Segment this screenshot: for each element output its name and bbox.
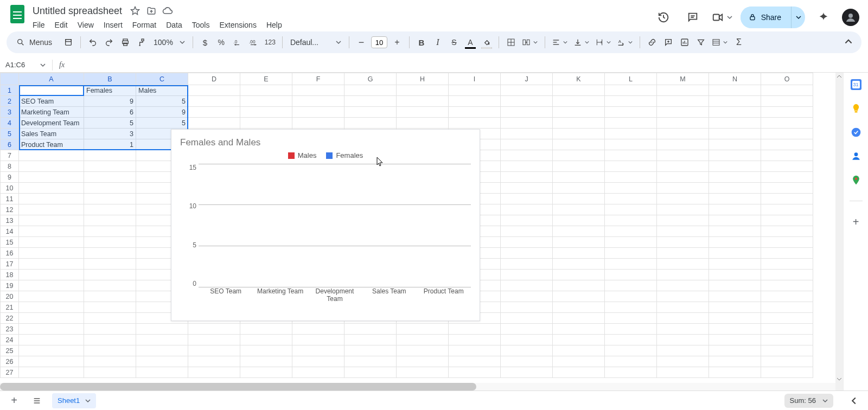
zoom-select[interactable]: 100% xyxy=(150,38,188,47)
cell-O7[interactable] xyxy=(761,150,813,161)
cell-N12[interactable] xyxy=(709,204,761,215)
bold-button[interactable]: B xyxy=(414,35,429,50)
cell-L23[interactable] xyxy=(605,324,657,335)
cell-A6[interactable]: Product Team xyxy=(19,139,84,150)
cell-G23[interactable] xyxy=(344,324,397,335)
row-header-10[interactable]: 10 xyxy=(1,183,19,194)
cell-K11[interactable] xyxy=(553,194,605,204)
cell-I24[interactable] xyxy=(449,335,501,345)
row-header-4[interactable]: 4 xyxy=(1,118,19,129)
cell-I2[interactable] xyxy=(449,96,501,107)
cell-N4[interactable] xyxy=(709,118,761,129)
cell-A21[interactable] xyxy=(19,302,84,313)
cell-B19[interactable] xyxy=(84,280,136,291)
cell-L1[interactable] xyxy=(605,85,657,96)
contacts-addon-icon[interactable] xyxy=(851,151,861,162)
cell-F3[interactable] xyxy=(292,107,344,118)
cell-A15[interactable] xyxy=(19,237,84,248)
cell-J12[interactable] xyxy=(501,204,553,215)
cell-E25[interactable] xyxy=(240,345,292,356)
font-size-input[interactable] xyxy=(371,36,387,48)
cell-K9[interactable] xyxy=(553,172,605,183)
cell-O23[interactable] xyxy=(761,324,813,335)
increase-font-button[interactable]: + xyxy=(390,35,405,50)
cell-M15[interactable] xyxy=(657,237,709,248)
cell-O21[interactable] xyxy=(761,302,813,313)
name-box[interactable]: A1:C6 xyxy=(5,61,49,69)
row-header-20[interactable]: 20 xyxy=(1,291,19,302)
cell-K16[interactable] xyxy=(553,248,605,259)
cell-B12[interactable] xyxy=(84,204,136,215)
cell-A26[interactable] xyxy=(19,356,84,367)
cell-B9[interactable] xyxy=(84,172,136,183)
cell-J20[interactable] xyxy=(501,291,553,302)
cell-K1[interactable] xyxy=(553,85,605,96)
cell-N13[interactable] xyxy=(709,215,761,226)
cell-A18[interactable] xyxy=(19,270,84,280)
cell-J4[interactable] xyxy=(501,118,553,129)
cell-A16[interactable] xyxy=(19,248,84,259)
cell-C4[interactable]: 5 xyxy=(136,118,188,129)
cell-K2[interactable] xyxy=(553,96,605,107)
cell-E3[interactable] xyxy=(240,107,292,118)
cell-A1[interactable] xyxy=(19,85,84,96)
cell-H27[interactable] xyxy=(397,367,449,378)
cell-B13[interactable] xyxy=(84,215,136,226)
cell-M11[interactable] xyxy=(657,194,709,204)
cell-K13[interactable] xyxy=(553,215,605,226)
cell-L14[interactable] xyxy=(605,226,657,237)
cell-O17[interactable] xyxy=(761,259,813,270)
cell-B7[interactable] xyxy=(84,150,136,161)
cell-B1[interactable]: Females xyxy=(84,85,136,96)
cell-M17[interactable] xyxy=(657,259,709,270)
cell-F24[interactable] xyxy=(292,335,344,345)
cell-A17[interactable] xyxy=(19,259,84,270)
cell-L13[interactable] xyxy=(605,215,657,226)
cell-C3[interactable]: 9 xyxy=(136,107,188,118)
cell-N26[interactable] xyxy=(709,356,761,367)
col-header-M[interactable]: M xyxy=(657,73,709,85)
cell-L3[interactable] xyxy=(605,107,657,118)
cell-K4[interactable] xyxy=(553,118,605,129)
cell-L15[interactable] xyxy=(605,237,657,248)
cell-B15[interactable] xyxy=(84,237,136,248)
row-header-3[interactable]: 3 xyxy=(1,107,19,118)
cell-N21[interactable] xyxy=(709,302,761,313)
cell-L18[interactable] xyxy=(605,270,657,280)
cell-J7[interactable] xyxy=(501,150,553,161)
create-filter-button[interactable] xyxy=(693,35,709,50)
cell-O18[interactable] xyxy=(761,270,813,280)
col-header-H[interactable]: H xyxy=(397,73,449,85)
cell-L9[interactable] xyxy=(605,172,657,183)
cell-K19[interactable] xyxy=(553,280,605,291)
cell-L2[interactable] xyxy=(605,96,657,107)
cell-K14[interactable] xyxy=(553,226,605,237)
cell-G25[interactable] xyxy=(344,345,397,356)
cell-J24[interactable] xyxy=(501,335,553,345)
decrease-decimal-button[interactable]: .0 xyxy=(230,35,245,50)
cell-A23[interactable] xyxy=(19,324,84,335)
cell-N24[interactable] xyxy=(709,335,761,345)
cell-A22[interactable] xyxy=(19,313,84,324)
cell-N23[interactable] xyxy=(709,324,761,335)
cell-A11[interactable] xyxy=(19,194,84,204)
cell-M9[interactable] xyxy=(657,172,709,183)
col-header-E[interactable]: E xyxy=(240,73,292,85)
cell-O25[interactable] xyxy=(761,345,813,356)
cell-B20[interactable] xyxy=(84,291,136,302)
cell-L10[interactable] xyxy=(605,183,657,194)
cell-N6[interactable] xyxy=(709,139,761,150)
cell-E24[interactable] xyxy=(240,335,292,345)
formula-input[interactable] xyxy=(68,57,868,72)
row-header-16[interactable]: 16 xyxy=(1,248,19,259)
cell-A8[interactable] xyxy=(19,161,84,172)
move-icon[interactable] xyxy=(146,5,157,16)
row-header-15[interactable]: 15 xyxy=(1,237,19,248)
star-icon[interactable] xyxy=(130,5,141,16)
col-header-O[interactable]: O xyxy=(761,73,813,85)
cell-L24[interactable] xyxy=(605,335,657,345)
cell-A5[interactable]: Sales Team xyxy=(19,129,84,139)
cell-N15[interactable] xyxy=(709,237,761,248)
row-header-22[interactable]: 22 xyxy=(1,313,19,324)
cell-M19[interactable] xyxy=(657,280,709,291)
